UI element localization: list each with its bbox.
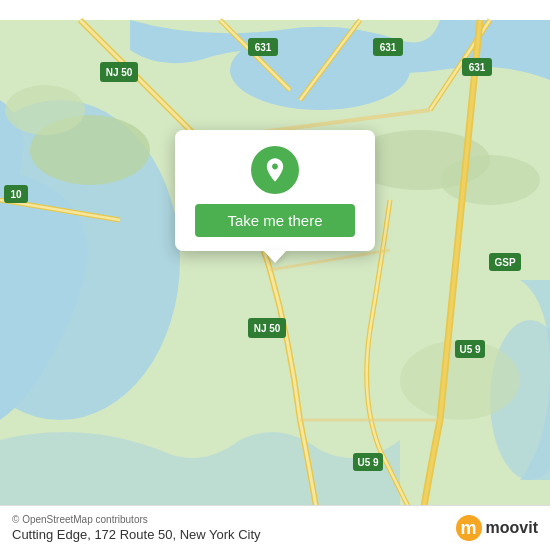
svg-text:631: 631 <box>380 42 397 53</box>
svg-text:U5 9: U5 9 <box>357 457 379 468</box>
svg-text:U5 9: U5 9 <box>459 344 481 355</box>
take-me-there-button[interactable]: Take me there <box>195 204 355 237</box>
svg-point-5 <box>5 85 85 135</box>
svg-text:10: 10 <box>10 189 22 200</box>
moovit-wordmark: moovit <box>486 519 538 537</box>
svg-text:631: 631 <box>255 42 272 53</box>
location-popup: Take me there <box>175 130 375 251</box>
svg-text:GSP: GSP <box>494 257 515 268</box>
map-attribution: © OpenStreetMap contributors <box>12 514 261 525</box>
svg-text:NJ 50: NJ 50 <box>106 67 133 78</box>
svg-text:631: 631 <box>469 62 486 73</box>
svg-text:NJ 50: NJ 50 <box>254 323 281 334</box>
location-title: Cutting Edge, 172 Route 50, New York Cit… <box>12 527 261 542</box>
bottom-bar-info: © OpenStreetMap contributors Cutting Edg… <box>12 514 261 542</box>
moovit-logo: m moovit <box>456 515 538 541</box>
attribution-text: © OpenStreetMap contributors <box>12 514 148 525</box>
map-container: NJ 50 631 631 631 10 NJ 50 GSP U5 9 U5 9 <box>0 0 550 550</box>
map-background: NJ 50 631 631 631 10 NJ 50 GSP U5 9 U5 9 <box>0 0 550 550</box>
moovit-icon: m <box>456 515 482 541</box>
bottom-bar: © OpenStreetMap contributors Cutting Edg… <box>0 505 550 550</box>
location-icon <box>251 146 299 194</box>
svg-point-7 <box>440 155 540 205</box>
